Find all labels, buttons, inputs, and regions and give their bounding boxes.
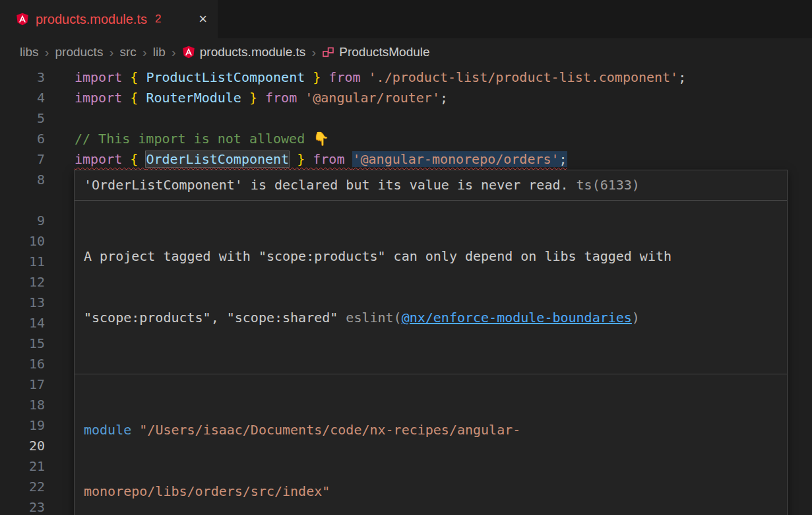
code-line-5[interactable] [75,108,812,129]
breadcrumb-item-libs[interactable]: libs [20,45,39,59]
breadcrumb-label: products [55,45,104,59]
angular-icon [182,46,195,59]
breadcrumb-separator: › [103,44,119,60]
eslint-source-close: ) [632,310,640,326]
code-token: ; [678,69,686,85]
close-icon[interactable]: × [199,12,207,26]
breadcrumb-item-products[interactable]: products [55,45,104,59]
code-token: // This import is not allowed 👇 [75,131,329,147]
code-token: from [328,69,368,85]
hover-eslint-diagnostic: A project tagged with "scope:products" c… [75,201,787,374]
code-token: { [130,151,146,167]
code-token: import [75,90,130,106]
line-number-13: 13 [0,292,45,313]
code-token: from [313,151,352,167]
line-number-12: 12 [0,272,45,292]
code-token: ; [559,151,567,167]
code-token: './product-list/product-list.component' [369,69,679,85]
line-number-5: 5 [0,108,45,129]
breadcrumb-separator: › [39,44,55,60]
line-number-23: 23 [0,497,45,515]
code-token: ; [440,90,448,106]
tab-bar: products.module.ts 2 × [0,0,812,38]
line-number-10: 10 [0,231,45,252]
line-number-17: 17 [0,374,45,395]
ts-error-code: ts(6133) [569,177,640,193]
line-number-4: 4 [0,88,45,108]
line-number-11: 11 [0,252,45,272]
tab-problems-badge: 2 [155,13,161,26]
code-line-6[interactable]: // This import is not allowed 👇 [75,129,812,149]
code-token: } [289,151,313,167]
breadcrumb-separator: › [166,44,182,60]
code-token: } [241,90,265,106]
breadcrumb-item-products.module.ts[interactable]: products.module.ts [182,45,306,59]
breadcrumb-separator: › [305,44,322,60]
line-number-16: 16 [0,354,45,374]
eslint-message-line1: A project tagged with "scope:products" c… [84,246,778,267]
code-token: { [130,69,146,85]
ts-error-message: 'OrderListComponent' is declared but its… [84,177,569,193]
breadcrumb-label: src [119,45,136,59]
hover-module-info: module "/Users/isaac/Documents/code/nx-r… [75,374,787,515]
module-keyword: module [84,422,139,438]
module-path: "/Users/isaac/Documents/code/nx-recipes/… [139,422,520,438]
breadcrumb-label: lib [153,45,166,59]
angular-icon [16,13,29,26]
breadcrumb-label: products.module.ts [200,45,306,59]
code-line-4[interactable]: import { RouterModule } from '@angular/r… [75,88,812,108]
line-number-22: 22 [0,477,45,497]
line-number-3: 3 [0,67,45,88]
line-number-15: 15 [0,333,45,354]
breadcrumb-label: ProductsModule [339,45,429,59]
line-number-18: 18 [0,395,45,415]
class-icon [322,46,334,59]
module-path-line1: module "/Users/isaac/Documents/code/nx-r… [84,420,778,440]
code-token: import [75,69,130,85]
code-token: RouterModule [146,90,241,106]
code-token: OrderListComponent [146,151,289,167]
code-token: { [130,90,146,106]
code-line-3[interactable]: import { ProductListComponent } from './… [75,67,812,88]
error-hover-widget: 'OrderListComponent' is declared but its… [74,170,788,515]
breadcrumb-item-lib[interactable]: lib [153,45,166,59]
eslint-rule-link[interactable]: @nx/enforce-module-boundaries [402,310,632,326]
hover-ts-diagnostic: 'OrderListComponent' is declared but its… [75,170,787,200]
code-token: from [265,90,305,106]
tab-products-module[interactable]: products.module.ts 2 × [0,0,218,38]
line-number-7: 7 [0,149,45,170]
breadcrumb-label: libs [20,45,39,59]
code-line-7[interactable]: import { OrderListComponent } from '@ang… [75,149,812,170]
line-number-14: 14 [0,313,45,333]
breadcrumb-item-ProductsModule[interactable]: ProductsModule [322,45,429,59]
module-path-line2: monorepo/libs/orders/src/index" [84,481,778,502]
code-token: } [305,69,328,85]
code-token: import [75,151,130,167]
line-number-21: 21 [0,456,45,477]
code-token: '@angular/router' [305,90,440,106]
eslint-message-scopes: "scope:products", "scope:shared" [84,310,346,326]
line-number-8: 8 [0,170,45,190]
eslint-source: eslint( [346,310,401,326]
line-number-19: 19 [0,415,45,436]
breadcrumb-separator: › [137,44,153,60]
tab-filename: products.module.ts [36,12,147,27]
line-number-9: 9 [0,211,45,231]
code-token: '@angular-monorepo/orders' [352,151,559,167]
line-number-20: 20 [0,436,45,456]
eslint-message-line2: "scope:products", "scope:shared" eslint(… [84,308,778,328]
code-token: ProductListComponent [146,69,305,85]
line-number-6: 6 [0,129,45,149]
breadcrumb-item-src[interactable]: src [119,45,136,59]
module-path-continued: monorepo/libs/orders/src/index" [84,483,330,499]
breadcrumb: libs›products›src›lib›products.module.ts… [0,38,812,66]
